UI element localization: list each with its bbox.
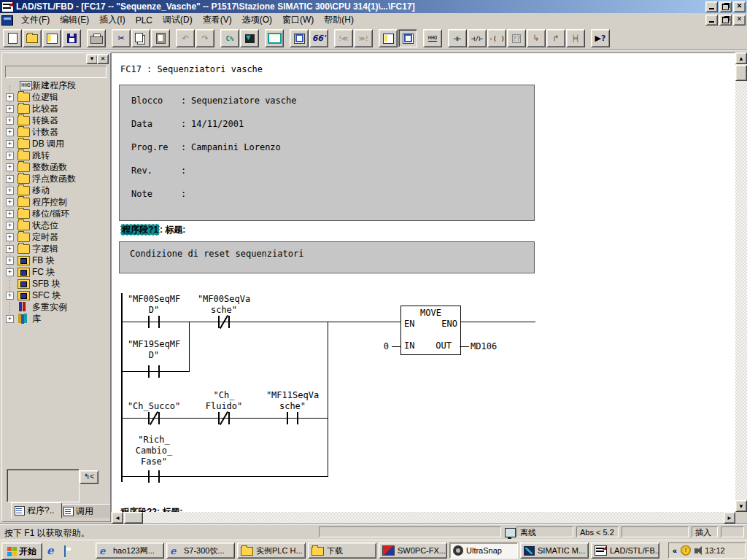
- tree-item-fb-blocks[interactable]: FB 块: [2, 254, 110, 266]
- monitor-button[interactable]: 66': [309, 29, 328, 47]
- help-cursor-button[interactable]: ▶?: [591, 29, 610, 47]
- move-out-operand[interactable]: MD106: [471, 341, 497, 351]
- scroll-up-arrow[interactable]: ▲: [735, 52, 747, 64]
- task-downloads-folder[interactable]: 下载: [308, 542, 376, 559]
- restore-button[interactable]: [719, 1, 732, 12]
- expand-icon[interactable]: [6, 140, 14, 148]
- tree-item-db-call[interactable]: DB 调用: [2, 138, 110, 149]
- tree-item-comparator[interactable]: 比较器: [2, 103, 110, 114]
- tree-item-counter[interactable]: 计数器: [2, 126, 110, 138]
- expand-icon[interactable]: [6, 315, 14, 323]
- minimize-button[interactable]: [705, 1, 718, 12]
- contact-nc-button[interactable]: ⊣/⊢: [468, 29, 487, 47]
- download-button[interactable]: [240, 29, 259, 47]
- expand-icon[interactable]: [6, 93, 14, 101]
- menu-help[interactable]: 帮助(H): [319, 12, 359, 28]
- tree-item-status-bit[interactable]: 状态位: [2, 219, 110, 231]
- contact-no-mf00seqmfd[interactable]: [148, 316, 160, 328]
- tree-item-shift-rotate[interactable]: 移位/循环: [2, 208, 110, 219]
- task-s7-300[interactable]: eS7-300饮...: [166, 542, 235, 559]
- scroll-right-arrow[interactable]: ►: [724, 512, 735, 524]
- move-box[interactable]: MOVE EN ENO IN OUT: [400, 306, 461, 355]
- app-icon[interactable]: [1, 1, 14, 12]
- vertical-scroll-thumb[interactable]: [735, 65, 747, 81]
- zoom-view-button[interactable]: [398, 29, 417, 47]
- paste-button[interactable]: [151, 29, 170, 47]
- task-hao123[interactable]: ehao123网...: [96, 542, 164, 559]
- menu-options[interactable]: 选项(O): [237, 12, 277, 28]
- contact-no-mf11seqvasche[interactable]: [287, 412, 298, 424]
- rail-button[interactable]: ╞╡: [566, 29, 585, 47]
- tree-item-float-fn[interactable]: 浮点数函数: [2, 173, 110, 184]
- expand-icon[interactable]: [6, 128, 14, 136]
- contact-nc-mf00seqvasche[interactable]: [218, 316, 230, 328]
- horizontal-scrollbar[interactable]: ◄ ►: [112, 512, 735, 524]
- tab-call-structure[interactable]: 调用: [60, 504, 111, 518]
- contact-label-mf00seqvasche[interactable]: "MF00SeqVasche": [189, 294, 259, 316]
- contact-label-mf11seqvasche[interactable]: "MF11SeqVasche": [258, 390, 328, 412]
- contact-no-button[interactable]: ⊣⊢: [448, 29, 467, 47]
- tree-item-timer[interactable]: 定时器: [2, 231, 110, 243]
- new-button[interactable]: [3, 29, 22, 47]
- menu-window[interactable]: 窗口(W): [277, 12, 319, 28]
- next-error-button[interactable]: ≫!: [354, 29, 373, 47]
- menu-edit[interactable]: 编辑(E): [55, 12, 94, 28]
- tree-item-word-logic[interactable]: 字逻辑: [2, 243, 110, 254]
- horizontal-scroll-thumb[interactable]: [124, 512, 143, 524]
- online-button[interactable]: [42, 29, 61, 47]
- contact-nc-ch-succo[interactable]: [148, 412, 160, 424]
- task-lad-editor[interactable]: LAD/STL/FB...: [591, 542, 659, 559]
- tree-item-library[interactable]: 库: [2, 313, 110, 324]
- expand-icon[interactable]: [6, 292, 14, 300]
- scroll-down-arrow[interactable]: ▼: [735, 500, 747, 512]
- tree-item-bit-logic[interactable]: 位逻辑: [2, 91, 110, 103]
- tree-item-new-network[interactable]: 新建程序段: [2, 79, 110, 91]
- print-button[interactable]: [87, 29, 106, 47]
- child-restore-button[interactable]: [719, 15, 732, 26]
- contact-no-mf19seqmfd[interactable]: [148, 365, 160, 378]
- expand-icon[interactable]: [6, 245, 14, 253]
- close-branch-button[interactable]: ↱: [546, 29, 565, 47]
- tree-item-sfc-blocks[interactable]: SFC 块: [2, 289, 110, 301]
- close-button[interactable]: ✕: [733, 1, 746, 12]
- expand-icon[interactable]: [6, 117, 14, 125]
- tree-item-program-control[interactable]: 程序控制: [2, 196, 110, 208]
- menu-insert[interactable]: 插入(I): [94, 12, 130, 28]
- tab-program-elements[interactable]: 程序?..: [11, 502, 62, 518]
- tree-item-multi-instance[interactable]: 多重实例: [2, 301, 110, 313]
- prev-error-button[interactable]: !≪: [334, 29, 353, 47]
- open-branch-button[interactable]: ↳: [527, 29, 546, 47]
- overview-toggle-button[interactable]: [379, 29, 398, 47]
- child-close-button[interactable]: ✕: [733, 15, 746, 26]
- undo-button[interactable]: ↶: [176, 29, 195, 47]
- cut-button[interactable]: ✂: [112, 29, 131, 47]
- contact-label-ch-fluido[interactable]: "Ch_Fluido": [189, 390, 259, 412]
- next-network-heading-clipped[interactable]: 程序段?2: 标题:: [120, 506, 339, 512]
- network-title-suffix[interactable]: : 标题:: [160, 225, 185, 235]
- quicklaunch-ie-icon[interactable]: e: [47, 545, 58, 556]
- contact-label-ch-succo[interactable]: "Ch_Succo": [119, 401, 189, 412]
- address-monitor-button[interactable]: [265, 29, 284, 47]
- expand-icon[interactable]: [6, 152, 14, 160]
- volume-icon[interactable]: [694, 548, 698, 553]
- task-ultrasnap[interactable]: UltraSnap: [449, 542, 518, 559]
- tree-item-integer-fn[interactable]: 整数函数: [2, 161, 110, 173]
- contact-no-rich-cambio-fase[interactable]: [148, 470, 160, 483]
- contact-label-rich-cambio-fase[interactable]: "Rich_Cambio_Fase": [119, 435, 189, 467]
- tree-item-fc-blocks[interactable]: FC 块: [2, 266, 110, 278]
- tray-chevron-button[interactable]: «: [673, 546, 677, 555]
- overview-listbox[interactable]: [7, 469, 80, 502]
- expand-icon[interactable]: [6, 222, 14, 230]
- network-onoff-button[interactable]: [290, 29, 309, 47]
- expand-icon[interactable]: [6, 210, 14, 218]
- document-icon[interactable]: [1, 15, 13, 26]
- block-header-box[interactable]: BloccoSequenziatore vasche Data14/11/200…: [119, 85, 535, 221]
- coil-button[interactable]: -( ): [487, 29, 506, 47]
- contact-nc-ch-fluido[interactable]: [218, 412, 230, 424]
- task-sw0pc[interactable]: SW0PC-FX...: [379, 542, 447, 559]
- empty-box-button[interactable]: ??: [507, 29, 526, 47]
- tree-item-move[interactable]: 移动: [2, 184, 110, 196]
- menu-debug[interactable]: 调试(D): [158, 12, 198, 28]
- task-simatic-manager[interactable]: SIMATIC M...: [520, 542, 589, 559]
- expand-icon[interactable]: [6, 175, 14, 183]
